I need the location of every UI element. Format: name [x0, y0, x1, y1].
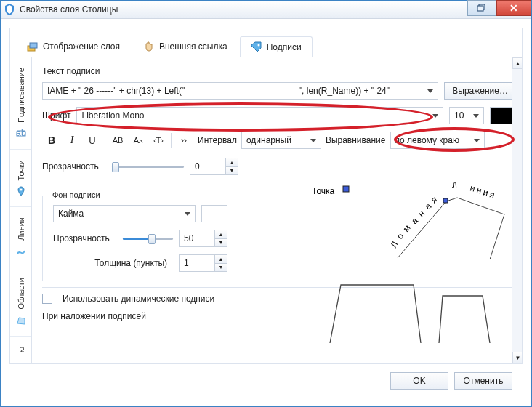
ok-button[interactable]: OK	[390, 372, 448, 390]
align-label: Выравнивание	[326, 135, 386, 145]
window-buttons: ✕	[467, 0, 531, 16]
preview-polyline-text: Л о м а н а я л и н и я	[388, 180, 496, 250]
background-group: Фон подписи Кайма Прозрачность	[42, 196, 238, 281]
spin-up[interactable]: ▲	[215, 230, 227, 239]
bold-button[interactable]: B	[42, 132, 61, 149]
svg-text:о: о	[395, 231, 406, 241]
restore-button[interactable]	[467, 0, 496, 16]
font-label: Шрифт	[42, 110, 70, 121]
bg-opacity-spinner[interactable]: 50 ▲▼	[179, 230, 227, 247]
text-label: Текст подписи	[42, 66, 516, 76]
underline-button[interactable]: U	[83, 132, 102, 149]
layers-icon	[27, 41, 39, 52]
svg-point-7	[20, 189, 22, 191]
vtab-signing[interactable]: Подписывание ab	[10, 57, 31, 150]
spin-down[interactable]: ▼	[226, 167, 238, 175]
font-size-select[interactable]: 10	[449, 107, 484, 124]
app-icon	[4, 4, 15, 15]
scrollbar[interactable]: ▲ ▼	[512, 57, 522, 363]
bg-style-row: Кайма	[53, 205, 227, 222]
svg-text:я: я	[429, 194, 439, 205]
font-select[interactable]: Liberation Mono	[76, 107, 443, 124]
allcaps-button[interactable]: AB	[108, 132, 127, 149]
content-area: Отображение слоя Внешняя ссылка Подписи …	[1, 19, 531, 406]
expression-button[interactable]: Выражение…	[444, 82, 516, 100]
bg-opacity-row: Прозрачность 50 ▲▼	[53, 230, 227, 247]
preview-point-text: Точка	[312, 186, 335, 196]
spin-up[interactable]: ▲	[215, 255, 227, 264]
font-row: Шрифт Liberation Mono 10	[42, 107, 516, 124]
page: Отображение слоя Внешняя ссылка Подписи …	[9, 28, 523, 364]
svg-rect-1	[477, 6, 483, 11]
bg-thickness-row: Толщина (пункты) 1 ▲▼	[53, 254, 227, 272]
svg-text:ab: ab	[16, 129, 26, 138]
interval-label: Интервал	[198, 135, 237, 145]
close-button[interactable]: ✕	[496, 0, 531, 16]
svg-text:н: н	[475, 185, 483, 196]
close-icon: ✕	[509, 2, 518, 14]
interval-select[interactable]: одинарный	[241, 132, 321, 149]
spin-down[interactable]: ▼	[215, 239, 227, 247]
scroll-down[interactable]: ▼	[512, 352, 522, 363]
dynamic-label: Использовать динамические подписи	[63, 294, 214, 304]
svg-rect-3	[30, 43, 37, 48]
separator	[105, 133, 105, 148]
caret-icon	[473, 114, 479, 118]
vtab-points[interactable]: Точки	[10, 150, 31, 207]
spin-up[interactable]: ▲	[226, 158, 238, 167]
bg-style-select[interactable]: Кайма	[53, 205, 196, 222]
restore-icon	[477, 4, 486, 12]
dynamic-checkbox[interactable]	[42, 294, 52, 304]
smallcaps-button[interactable]: AA	[129, 132, 148, 149]
caret-icon	[185, 212, 190, 216]
svg-text:я: я	[488, 189, 496, 200]
expand-button[interactable]: ››	[174, 132, 193, 149]
hand-icon	[143, 41, 155, 52]
bg-opacity-slider[interactable]	[123, 233, 173, 244]
tab-body: Подписывание ab Точки Линии Области	[10, 57, 522, 363]
spacing-button[interactable]: ‹T›	[149, 132, 168, 149]
scroll-track[interactable]	[512, 69, 522, 352]
titlebar: Свойства слоя Столицы ✕	[1, 1, 531, 19]
vtab-more[interactable]: ю	[10, 337, 31, 363]
svg-text:и: и	[482, 187, 489, 198]
vtab-lines[interactable]: Линии	[10, 207, 31, 267]
opacity-slider[interactable]	[112, 161, 184, 172]
vtab-areas[interactable]: Области	[10, 267, 31, 337]
svg-text:м: м	[401, 223, 413, 234]
tab-labels[interactable]: Подписи	[240, 36, 313, 57]
tab-external[interactable]: Внешняя ссылка	[132, 36, 238, 57]
line-icon	[16, 246, 26, 257]
bg-color-swatch[interactable]	[201, 205, 227, 222]
svg-rect-21	[443, 198, 448, 203]
align-select[interactable]: по левому краю	[390, 132, 485, 149]
caret-icon	[474, 139, 480, 142]
tag-icon	[251, 41, 262, 53]
scroll-up[interactable]: ▲	[512, 57, 522, 69]
polygon-icon	[16, 315, 26, 326]
main-pane: Текст подписи IAME + " 26 ------" + chr(…	[32, 57, 522, 363]
caret-icon	[432, 114, 438, 118]
label-preview: Точка Л о м а н а я л и	[301, 180, 512, 343]
format-toolbar: B I U AB AA ‹T› ›› Интервал одинарный	[42, 132, 516, 149]
svg-point-4	[257, 44, 259, 47]
window-title: Свойства слоя Столицы	[20, 4, 528, 15]
svg-rect-8	[343, 186, 349, 192]
label-icon: ab	[16, 129, 26, 139]
expression-row: IAME + " 26 ------" + chr(13) + Left(" "…	[42, 82, 516, 100]
opacity-spinner[interactable]: 0 ▲▼	[190, 158, 238, 175]
caret-icon	[310, 139, 316, 142]
bg-legend: Фон подписи	[49, 190, 104, 199]
expression-field[interactable]: IAME + " 26 ------" + chr(13) + Left(" "…	[42, 82, 438, 100]
dialog-window: Свойства слоя Столицы ✕ Отображение слоя…	[0, 0, 532, 407]
bg-thickness-label: Толщина (пункты)	[53, 258, 173, 268]
italic-button[interactable]: I	[63, 132, 81, 149]
svg-text:а: а	[423, 201, 433, 211]
spin-down[interactable]: ▼	[215, 264, 227, 272]
bg-thickness-spinner[interactable]: 1 ▲▼	[179, 254, 227, 272]
cancel-button[interactable]: Отменить	[454, 372, 512, 390]
tab-display[interactable]: Отображение слоя	[16, 36, 131, 57]
top-tabs: Отображение слоя Внешняя ссылка Подписи	[10, 28, 522, 57]
opacity-row: Прозрачность 0 ▲▼	[42, 158, 238, 175]
pin-icon	[16, 186, 26, 196]
